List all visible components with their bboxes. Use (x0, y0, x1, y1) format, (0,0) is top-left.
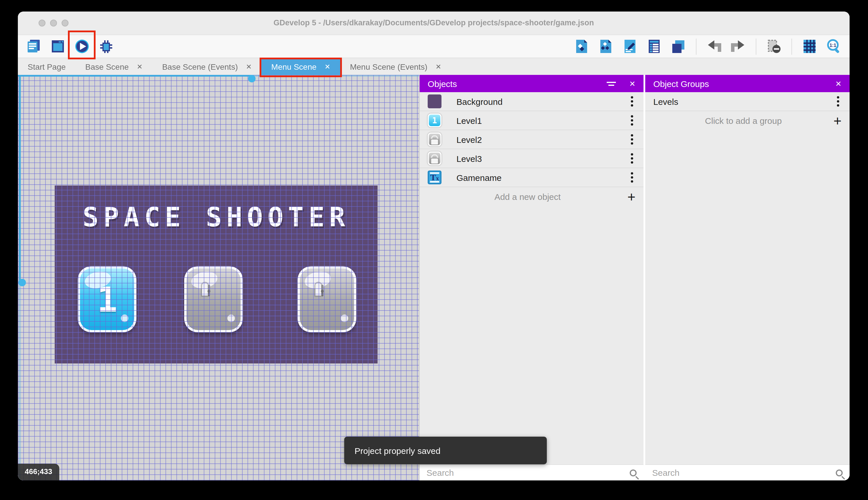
toolbar-right-group: 1:1 (574, 35, 842, 58)
object-menu-icon[interactable] (629, 171, 635, 184)
svg-text:1:1: 1:1 (830, 43, 836, 48)
toolbar-separator (756, 38, 756, 55)
tab-base-scene[interactable]: Base Scene ✕ (75, 58, 152, 75)
instances-list-icon[interactable] (646, 38, 662, 54)
horizontal-scrollbar-thumb[interactable] (248, 75, 256, 82)
debug-icon[interactable] (98, 38, 114, 54)
project-manager-icon[interactable] (26, 38, 42, 54)
cursor-coordinates: 466;433 (18, 464, 59, 480)
object-thumbnail (428, 133, 442, 146)
tab-start-page[interactable]: Start Page (18, 58, 75, 75)
groups-panel-header: Object Groups ✕ (645, 75, 849, 92)
object-thumbnail (428, 94, 442, 108)
objects-panel-empty-area (420, 206, 644, 464)
zoom-window-button[interactable] (62, 20, 69, 26)
tab-menu-scene-events[interactable]: Menu Scene (Events) ✕ (340, 58, 451, 75)
close-panel-icon[interactable]: ✕ (835, 79, 842, 88)
toolbar-separator (791, 38, 792, 55)
title-bar: GDevelop 5 - /Users/dkarakay/Documents/G… (18, 12, 849, 35)
vertical-scrollbar-thumb[interactable] (19, 279, 26, 286)
toolbar-left-group (26, 35, 114, 58)
close-tab-icon[interactable]: ✕ (325, 62, 330, 70)
group-menu-icon[interactable] (835, 95, 842, 108)
zoom-1-1-icon[interactable]: 1:1 (826, 38, 842, 54)
object-menu-icon[interactable] (629, 152, 635, 165)
main-toolbar: 1:1 (18, 35, 849, 58)
tab-menu-scene[interactable]: Menu Scene ✕ (262, 58, 340, 75)
object-row-level2[interactable]: Level2 (420, 130, 644, 149)
object-groups-icon[interactable] (598, 38, 613, 54)
groups-panel-empty-area (645, 130, 849, 464)
close-tab-icon[interactable]: ✕ (137, 62, 142, 70)
close-tab-icon[interactable]: ✕ (435, 62, 441, 70)
object-thumbnail: Tx (428, 171, 442, 184)
objects-panel-title: Objects (428, 79, 606, 88)
screen: GDevelop 5 - /Users/dkarakay/Documents/G… (0, 0, 868, 500)
object-row-gamename[interactable]: Tx Gamename (420, 168, 644, 187)
object-thumbnail (428, 151, 442, 165)
level1-button[interactable]: 1 (78, 266, 137, 332)
object-menu-icon[interactable] (629, 114, 635, 127)
close-panel-icon[interactable]: ✕ (629, 79, 635, 88)
window-title: GDevelop 5 - /Users/dkarakay/Documents/G… (18, 12, 849, 35)
close-tab-icon[interactable]: ✕ (246, 62, 251, 70)
tab-label: Menu Scene (Events) (350, 62, 427, 71)
undo-icon[interactable] (706, 38, 722, 54)
plus-icon[interactable]: + (833, 115, 842, 126)
object-row-level1[interactable]: 1 Level1 (420, 111, 644, 130)
object-menu-icon[interactable] (629, 133, 635, 146)
toolbar-separator (696, 38, 696, 55)
vertical-scrollbar[interactable] (19, 75, 21, 480)
grid-icon[interactable] (802, 38, 817, 54)
object-row-background[interactable]: Background (420, 92, 644, 111)
object-groups-panel: Object Groups ✕ Levels Click to add a gr… (645, 75, 849, 480)
object-row-level3[interactable]: Level3 (420, 149, 644, 168)
groups-search-bar (645, 464, 849, 480)
layers-icon[interactable] (671, 38, 686, 54)
play-icon[interactable] (74, 38, 90, 54)
tab-bar: Start Page Base Scene ✕ Base Scene (Even… (18, 58, 849, 75)
level3-button-locked[interactable] (297, 266, 356, 332)
level1-digit: 1 (80, 269, 134, 330)
toast-message: Project properly saved (354, 445, 441, 455)
background-object[interactable]: SPACE SHOOTER 1 (55, 185, 378, 363)
objects-search-bar (420, 464, 644, 480)
lock-icon (202, 285, 225, 315)
tab-label: Menu Scene (271, 62, 317, 71)
tab-label: Start Page (28, 62, 66, 71)
properties-pencil-icon[interactable] (622, 38, 638, 54)
search-icon (630, 469, 637, 476)
search-icon (836, 469, 843, 476)
add-group-row[interactable]: Click to add a group + (645, 111, 849, 130)
horizontal-scrollbar[interactable] (18, 75, 419, 77)
app-window: GDevelop 5 - /Users/dkarakay/Documents/G… (18, 12, 849, 480)
objects-editor-icon[interactable] (574, 38, 589, 54)
scene-window-icon[interactable] (50, 38, 66, 54)
redo-icon[interactable] (730, 38, 746, 54)
save-toast: Project properly saved (344, 436, 547, 464)
lock-icon (315, 285, 338, 315)
tab-label: Base Scene (Events) (162, 62, 238, 71)
editor-content: SPACE SHOOTER 1 (18, 75, 849, 480)
toggle-mask-icon[interactable] (766, 38, 782, 54)
groups-panel-title: Object Groups (653, 79, 835, 88)
groups-search-input[interactable] (652, 468, 831, 478)
scene-canvas[interactable]: SPACE SHOOTER 1 (18, 75, 419, 480)
object-menu-icon[interactable] (629, 95, 635, 108)
tab-label: Base Scene (85, 62, 129, 71)
object-thumbnail: 1 (428, 113, 442, 127)
minimize-window-button[interactable] (50, 20, 57, 26)
group-row-levels[interactable]: Levels (645, 92, 849, 111)
filter-icon[interactable] (606, 81, 617, 86)
objects-search-input[interactable] (426, 468, 625, 478)
tab-base-scene-events[interactable]: Base Scene (Events) ✕ (152, 58, 261, 75)
objects-panel: Objects ✕ Background 1 Level1 Level2 (419, 75, 644, 480)
close-window-button[interactable] (38, 20, 46, 26)
scene-title-text[interactable]: SPACE SHOOTER (55, 202, 378, 233)
add-object-row[interactable]: Add a new object + (420, 187, 644, 206)
objects-panel-header: Objects ✕ (420, 75, 644, 92)
level2-button-locked[interactable] (184, 266, 243, 332)
plus-icon[interactable]: + (627, 191, 635, 203)
